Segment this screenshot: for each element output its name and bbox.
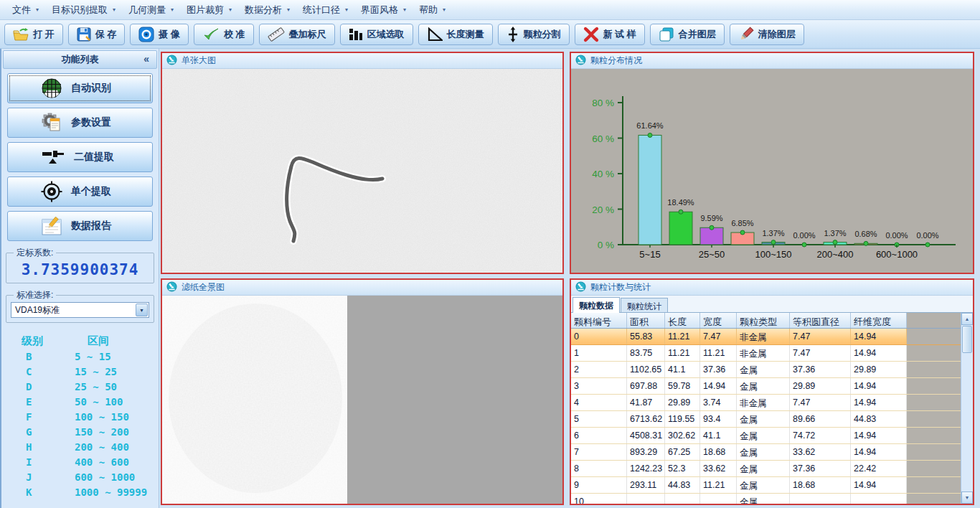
menu-item-6[interactable]: 界面风格▾ [354,1,413,19]
scroll-up-icon[interactable]: ▲ [961,313,973,325]
bar-value-label: 1.37% [824,229,846,237]
open-folder-icon [13,27,29,42]
level-row-G: G150 ~ 200 [1,426,159,441]
menu-item-label: 几何测量 [128,4,166,17]
sidebar-button-1[interactable]: 参数设置 [7,108,153,138]
table-row[interactable]: 81242.2352.333.62金属37.3622.42 [571,461,973,477]
table-cell: 6 [571,428,627,443]
single-image-view[interactable] [162,69,562,273]
toolbar-button-2[interactable]: 摄 像 [130,24,189,45]
particle-data-table[interactable]: 颗料编号面积长度宽度颗粒类型等积圆直径纤维宽度055.8311.217.47非金… [571,313,973,504]
toolbar-button-7[interactable]: 颗粒分割 [498,24,570,45]
table-row[interactable]: 21102.6541.137.36金属37.3629.89 [571,362,973,378]
toolbar-button-3[interactable]: 校 准 [194,24,254,45]
column-header-0[interactable]: 颗料编号 [571,313,627,328]
table-cell: 14.94 [851,395,907,410]
table-scrollbar[interactable]: ▲ ▼ [961,313,973,504]
table-cell: 4508.31 [627,428,665,443]
table-row[interactable]: 64508.31302.6241.1金属74.7214.94 [571,428,973,444]
column-header-6[interactable]: 纤维宽度 [851,313,907,328]
table-cell: 33.62 [700,461,737,476]
level-range: 600 ~ 1000 [75,471,135,486]
microscope-icon [166,55,177,67]
sidebar-header[interactable]: 功能列表 « [3,50,157,69]
column-header-5[interactable]: 等积圆直径 [790,313,851,328]
column-header-2[interactable]: 长度 [665,313,700,328]
level-row-D: D25 ~ 50 [1,381,159,396]
menu-item-label: 帮助 [419,4,438,17]
table-cell: 119.55 [665,411,700,427]
statistics-panel-title: 颗粒计数与统计 [590,281,651,293]
chevron-down-icon: ▾ [171,6,174,13]
collapse-sidebar-icon[interactable]: « [143,53,149,65]
table-cell: 7.47 [790,345,851,361]
toolbar-button-9[interactable]: 合并图层 [650,24,725,45]
toolbar-button-0[interactable]: 打 开 [4,24,63,45]
menu-item-label: 图片裁剪 [187,4,224,17]
column-header-3[interactable]: 宽度 [700,313,737,328]
sidebar-button-3[interactable]: 单个提取 [7,177,153,207]
menu-item-4[interactable]: 数据分析▾ [238,1,296,19]
toolbar-button-label: 颗粒分割 [524,28,561,41]
tab-1[interactable]: 颗粒统计 [621,298,668,312]
table-row[interactable]: 183.7511.2111.21非金属7.4714.94 [571,345,973,362]
toolbar-button-5[interactable]: 区域选取 [340,24,413,45]
menu-item-7[interactable]: 帮助▾ [413,1,452,19]
filter-paper-circle [169,304,342,493]
menu-item-5[interactable]: 统计口径▾ [296,1,354,19]
column-header-4[interactable]: 颗粒类型 [737,313,790,328]
length-measure-icon [427,27,443,42]
column-header-1[interactable]: 面积 [627,313,665,328]
table-cell: 8 [571,461,627,476]
tab-0[interactable]: 颗粒数据 [573,297,620,313]
menu-item-0[interactable]: 文件▾ [6,1,45,19]
menu-item-3[interactable]: 图片裁剪▾ [180,1,238,19]
level-row-J: J600 ~ 1000 [1,471,159,486]
standard-select[interactable]: VDA19标准 ▼ [11,302,149,318]
table-cell: 293.11 [627,477,665,493]
scroll-down-icon[interactable]: ▼ [961,491,973,504]
menu-item-2[interactable]: 几何测量▾ [122,1,180,19]
table-row[interactable]: 3697.8859.7814.94金属29.8914.94 [571,378,973,395]
level-range: 200 ~ 400 [75,441,129,456]
toolbar-button-label: 校 准 [224,28,245,41]
table-cell: 14.94 [851,345,907,361]
menu-item-1[interactable]: 目标识别提取▾ [45,1,122,19]
level-row-I: I400 ~ 600 [1,456,159,471]
table-row[interactable]: 7893.2967.2518.68金属33.6214.94 [571,444,973,461]
scrollbar-thumb[interactable] [962,326,972,353]
table-row[interactable]: 441.8729.893.74非金属7.4714.94 [571,395,973,411]
chevron-down-icon: ▾ [403,6,406,13]
parameter-settings-icon [41,113,62,133]
bar-marker [710,225,714,230]
save-floppy-icon [77,27,91,42]
table-cell: 金属 [737,461,790,476]
sidebar-button-4[interactable]: 数据报告 [7,211,153,241]
toolbar-button-4[interactable]: 叠加标尺 [259,24,335,45]
table-row[interactable]: 10金属 [571,494,973,504]
panorama-view[interactable] [162,296,562,504]
bar-marker [864,241,868,245]
table-cell [851,494,907,504]
table-cell: 29.89 [851,362,907,377]
toolbar-button-8[interactable]: 新 试 样 [575,24,645,45]
table-row[interactable]: 055.8311.217.47非金属7.4714.94 [571,329,973,345]
table-row[interactable]: 56713.62119.5593.4金属89.6644.83 [571,411,973,428]
table-cell: 11.21 [700,477,737,493]
toolbar-button-10[interactable]: 清除图层 [730,24,804,45]
table-row[interactable]: 9293.1144.8311.21金属18.6814.94 [571,477,973,494]
toolbar-button-6[interactable]: 长度测量 [418,24,493,45]
bar-15~25 [669,212,692,245]
sidebar-button-0[interactable]: 自动识别 [7,73,153,103]
toolbar-button-label: 新 试 样 [603,28,636,41]
x-tick-label: 100~150 [755,249,792,260]
toolbar-button-1[interactable]: 保 存 [68,24,126,45]
table-cell: 11.21 [665,345,700,361]
level-grade: B [26,351,44,366]
table-cell: 37.36 [790,362,851,377]
level-range-table: 级别区间B5 ~ 15C15 ~ 25D25 ~ 50E50 ~ 100F100… [1,334,159,502]
menu-item-label: 统计口径 [303,4,340,17]
chevron-down-icon[interactable]: ▼ [136,304,148,316]
sidebar-button-2[interactable]: 二值提取 [7,142,153,172]
table-cell: 22.42 [851,461,907,476]
